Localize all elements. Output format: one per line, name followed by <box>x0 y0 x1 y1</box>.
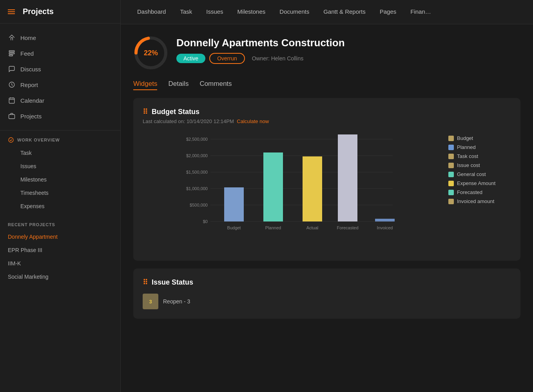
sidebar-item-feed[interactable]: Feed <box>0 45 120 61</box>
tab-comments[interactable]: Comments <box>199 80 232 90</box>
project-title: Donnelly Apartments Construction <box>176 37 345 49</box>
chart-legend: Budget Planned Task cost Issue cost <box>448 132 511 251</box>
svg-rect-2 <box>9 55 13 56</box>
svg-rect-0 <box>9 51 15 52</box>
sidebar-item-discuss[interactable]: Discuss <box>0 61 120 77</box>
recent-project-social[interactable]: Social Marketing <box>0 270 120 283</box>
legend-dot-task-cost <box>448 154 454 159</box>
tab-widgets[interactable]: Widgets <box>133 80 157 90</box>
nav-finance[interactable]: Finan… <box>403 0 438 24</box>
home-icon <box>8 34 16 42</box>
svg-point-9 <box>9 138 13 142</box>
feed-icon <box>8 49 16 57</box>
work-overview-header[interactable]: WORK OVERVIEW <box>8 137 112 143</box>
calendar-icon <box>8 96 16 104</box>
tab-details[interactable]: Details <box>168 80 189 90</box>
svg-text:Invoiced: Invoiced <box>377 225 393 230</box>
legend-invoiced-amount: Invoiced amount <box>448 198 511 204</box>
legend-task-cost: Task cost <box>448 153 511 159</box>
nav-gantt[interactable]: Gantt & Reports <box>316 0 373 24</box>
hamburger-icon[interactable] <box>8 9 15 14</box>
sidebar-item-task[interactable]: Task <box>8 146 112 160</box>
recent-projects-label: RECENT PROJECTS <box>0 222 120 227</box>
nav-milestones[interactable]: Milestones <box>230 0 273 24</box>
project-badges: Active Overrun Owner: Helen Collins <box>176 53 345 64</box>
sidebar-item-projects-label: Projects <box>20 113 42 120</box>
bar-actual <box>303 156 322 221</box>
report-icon <box>8 81 16 89</box>
recent-project-epr[interactable]: EPR Phase III <box>0 243 120 257</box>
sidebar-item-report-label: Report <box>20 82 38 88</box>
discuss-icon <box>8 65 16 73</box>
nav-dashboard[interactable]: Dashboard <box>130 0 173 24</box>
recent-project-iimk[interactable]: IIM-K <box>0 257 120 270</box>
sidebar-title: Projects <box>23 7 54 16</box>
budget-chart: $2,500,000 $2,000,000 $1,500,000 $1,000,… <box>143 132 439 250</box>
legend-dot-expense-amount <box>448 181 454 186</box>
nav-documents[interactable]: Documents <box>272 0 316 24</box>
issue-widget-title: ⠿ Issue Status <box>143 278 511 287</box>
bar-invoiced <box>375 219 395 221</box>
content-tabs: Widgets Details Comments <box>133 80 520 90</box>
project-header: 22% Donnelly Apartments Construction Act… <box>133 35 520 71</box>
issue-dot-icon: ⠿ <box>143 278 148 287</box>
sidebar-item-home[interactable]: Home <box>0 30 120 45</box>
progress-ring: 22% <box>133 35 169 71</box>
main-content: Dashboard Task Issues Milestones Documen… <box>121 0 533 392</box>
legend-dot-invoiced-amount <box>448 199 454 204</box>
budget-subtitle: Last calculated on: 10/14/2020 12:14PM C… <box>143 118 511 124</box>
svg-text:$2,000,000: $2,000,000 <box>186 153 208 158</box>
recent-projects-section: RECENT PROJECTS Donnely Appartment EPR P… <box>0 216 120 287</box>
sidebar-item-feed-label: Feed <box>20 50 34 57</box>
sidebar: Projects Home Feed Discuss Report <box>0 0 121 392</box>
sidebar-item-calendar-label: Calendar <box>20 97 44 104</box>
progress-text: 22% <box>144 49 158 57</box>
issue-widget: ⠿ Issue Status 3 Reopen - 3 <box>133 269 520 319</box>
svg-rect-4 <box>9 98 15 103</box>
svg-text:Actual: Actual <box>306 225 319 230</box>
nav-pages[interactable]: Pages <box>373 0 404 24</box>
svg-text:Budget: Budget <box>227 225 241 230</box>
calculate-now-link[interactable]: Calculate now <box>237 118 269 124</box>
owner-text: Owner: Helen Collins <box>252 55 304 62</box>
legend-dot-issue-cost <box>448 163 454 168</box>
nav-task[interactable]: Task <box>173 0 199 24</box>
bar-budget <box>224 187 244 221</box>
legend-issue-cost: Issue cost <box>448 162 511 168</box>
sidebar-item-timesheets[interactable]: Timesheets <box>8 186 112 200</box>
svg-text:$1,500,000: $1,500,000 <box>186 170 208 174</box>
bar-forecasted <box>338 134 357 221</box>
legend-expense-amount: Expense Amount <box>448 180 511 186</box>
sidebar-nav: Home Feed Discuss Report Calendar <box>0 24 120 131</box>
budget-widget-title: ⠿ Budget Status <box>143 107 511 116</box>
reopen-badge: 3 <box>143 294 158 309</box>
sidebar-item-home-label: Home <box>20 34 36 41</box>
svg-rect-1 <box>9 53 15 54</box>
sidebar-item-milestones[interactable]: Milestones <box>8 173 112 186</box>
page-content: 22% Donnelly Apartments Construction Act… <box>121 24 533 392</box>
chart-container: $2,500,000 $2,000,000 $1,500,000 $1,000,… <box>143 132 511 251</box>
svg-text:Planned: Planned <box>265 225 281 230</box>
sidebar-header: Projects <box>0 0 120 24</box>
sidebar-item-expenses[interactable]: Expenses <box>8 200 112 213</box>
recent-project-donnely[interactable]: Donnely Appartment <box>0 230 120 243</box>
sidebar-item-calendar[interactable]: Calendar <box>0 93 120 108</box>
legend-forecasted: Forecasted <box>448 189 511 195</box>
svg-text:$0: $0 <box>203 219 208 224</box>
nav-issues[interactable]: Issues <box>199 0 230 24</box>
widget-dot-icon: ⠿ <box>143 107 148 116</box>
svg-rect-8 <box>9 114 15 119</box>
bar-planned <box>263 152 283 221</box>
projects-icon <box>8 112 16 120</box>
sidebar-item-issues[interactable]: Issues <box>8 160 112 173</box>
work-overview-section: WORK OVERVIEW Task Issues Milestones Tim… <box>0 131 120 216</box>
legend-dot-forecasted <box>448 190 454 195</box>
work-overview-label: WORK OVERVIEW <box>17 138 60 142</box>
legend-dot-budget <box>448 136 454 141</box>
sidebar-item-report[interactable]: Report <box>0 77 120 93</box>
sidebar-item-projects[interactable]: Projects <box>0 108 120 124</box>
badge-overrun: Overrun <box>209 53 245 64</box>
sidebar-item-discuss-label: Discuss <box>20 66 41 73</box>
legend-dot-planned <box>448 145 454 150</box>
legend-budget: Budget <box>448 135 511 141</box>
